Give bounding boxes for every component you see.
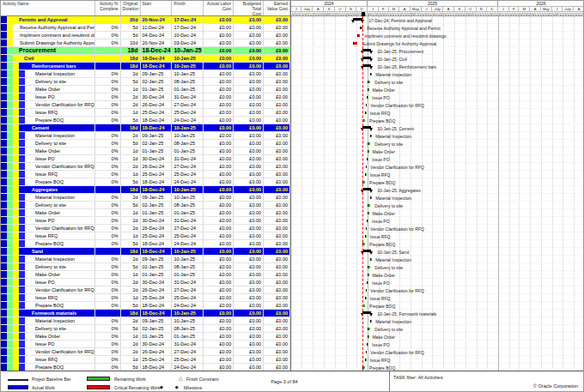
- table-row[interactable]: Issue PO0%2d30-Dec-2431-Dec-24£0.00£0.00…: [1, 279, 290, 286]
- gantt-bar-task[interactable]: [367, 343, 368, 347]
- table-row[interactable]: Issue PO0%2d30-Dec-2431-Dec-24£0.00£0.00…: [1, 155, 290, 163]
- gantt-bar-task[interactable]: [368, 335, 369, 339]
- table-row[interactable]: Permits and Approval20d20-Nov-2417-Dec-2…: [1, 16, 290, 24]
- table-row[interactable]: Make Order0%1d01-Jan-2501-Jan-25£0.00£0.…: [1, 148, 290, 155]
- gantt-bar-task[interactable]: [366, 104, 368, 107]
- table-row[interactable]: Material Inspection0%2d09-Jan-2510-Jan-2…: [1, 132, 290, 140]
- table-row[interactable]: Issue PO0%2d30-Dec-2431-Dec-24£0.00£0.00…: [1, 341, 290, 348]
- gantt-bar-task[interactable]: [366, 351, 368, 354]
- table-row[interactable]: Issue PO0%2d30-Dec-2431-Dec-24£0.00£0.00…: [1, 217, 290, 225]
- gantt-bar-task[interactable]: [367, 158, 368, 161]
- gantt-bar-task[interactable]: [362, 119, 365, 123]
- gantt-bar-task[interactable]: [370, 320, 372, 323]
- gantt-bar-summary[interactable]: [362, 49, 371, 51]
- table-row[interactable]: Vendor Clarification for RFQ0%2d26-Dec-2…: [1, 225, 290, 232]
- gantt-bar-summary[interactable]: [362, 188, 371, 190]
- table-row[interactable]: Issue RFQ0%1d25-Dec-2425-Dec-24£0.00£0.0…: [1, 171, 290, 178]
- table-row[interactable]: Aggregates18d18-Dec-2410-Jan-25£0.00£0.0…: [1, 186, 290, 194]
- gantt-bar-summary[interactable]: [362, 250, 371, 252]
- gantt-bar-summary[interactable]: [362, 57, 371, 59]
- gantt-bar-task[interactable]: [370, 196, 372, 200]
- table-row[interactable]: Cement18d18-Dec-2410-Jan-25£0.00£0.00£0.…: [1, 124, 290, 132]
- column-header-earned[interactable]: Earned Value Cost: [264, 1, 290, 15]
- table-row[interactable]: Procurement18d18-Dec-2410-Jan-25£0.00£0.…: [1, 47, 290, 55]
- gantt-bar-task[interactable]: [367, 96, 368, 100]
- table-row[interactable]: Prepare BOQ0%5d18-Dec-2424-Dec-24£0.00£0…: [1, 178, 290, 186]
- gantt-bar-task[interactable]: [368, 328, 370, 331]
- gantt-bar-task[interactable]: [368, 150, 369, 154]
- gantt-bar-summary[interactable]: [362, 311, 371, 314]
- column-header-activity-name[interactable]: Activity Name: [1, 1, 95, 15]
- table-row[interactable]: Issue RFQ0%1d25-Dec-2425-Dec-24£0.00£0.0…: [1, 294, 290, 302]
- table-row[interactable]: Civil18d18-Dec-2410-Jan-25£0.00£0.00£0.0…: [1, 55, 290, 63]
- gantt-bar-task[interactable]: [366, 289, 368, 292]
- table-row[interactable]: Impliment comment and resubmit drawings0…: [1, 32, 290, 39]
- gantt-bar-task[interactable]: [365, 173, 367, 177]
- gantt-bar-task[interactable]: [370, 258, 372, 262]
- gantt-bar-task[interactable]: [368, 142, 370, 146]
- gantt-bar-task[interactable]: [368, 204, 370, 208]
- table-row[interactable]: Delivery to site0%5d02-Jan-2508-Jan-25£0…: [1, 78, 290, 86]
- column-header-finish[interactable]: Finish: [172, 1, 204, 15]
- table-row[interactable]: Vendor Clarification for RFQ0%2d26-Dec-2…: [1, 101, 290, 109]
- table-row[interactable]: Issue RFQ0%1d25-Dec-2425-Dec-24£0.00£0.0…: [1, 232, 290, 240]
- gantt-bar-task[interactable]: [365, 359, 367, 362]
- gantt-bar-task[interactable]: [365, 112, 367, 115]
- column-header-activity-%[interactable]: Activity % Complete: [95, 1, 121, 15]
- table-row[interactable]: Material Inspection0%2d09-Jan-2510-Jan-2…: [1, 70, 290, 78]
- gantt-bar-task[interactable]: [370, 135, 372, 138]
- column-header-start[interactable]: Start: [141, 1, 173, 15]
- gantt-bar-task[interactable]: [367, 220, 368, 223]
- table-row[interactable]: Receive Authority Approval and Permit0%5…: [1, 24, 290, 32]
- table-row[interactable]: Prepare BOQ0%5d18-Dec-2424-Dec-24£0.00£0…: [1, 302, 290, 310]
- gantt-bar-task[interactable]: [370, 73, 372, 76]
- gantt-bar-task[interactable]: [365, 297, 367, 300]
- gantt-bar-task[interactable]: [368, 88, 369, 92]
- table-row[interactable]: Reinforcement bars18d18-Dec-2410-Jan-25£…: [1, 63, 290, 70]
- table-row[interactable]: Vendor Clarification for RFQ0%2d26-Dec-2…: [1, 348, 290, 356]
- table-row[interactable]: Delivery to site0%5d02-Jan-2508-Jan-25£0…: [1, 140, 290, 148]
- gantt-bar-task[interactable]: [353, 42, 358, 45]
- table-row[interactable]: Issue PO0%2d30-Dec-2431-Dec-24£0.00£0.00…: [1, 93, 290, 101]
- column-header-actual-labor-cost[interactable]: Actual Labor Cost: [204, 1, 234, 15]
- gantt-bar-task[interactable]: [362, 305, 365, 308]
- gantt-bar-summary[interactable]: [362, 126, 371, 129]
- gantt-bar-task[interactable]: [365, 235, 367, 238]
- table-row[interactable]: Issue RFQ0%1d25-Dec-2425-Dec-24£0.00£0.0…: [1, 109, 290, 117]
- gantt-bar-task[interactable]: [360, 27, 362, 30]
- column-header-original[interactable]: Original Duration: [121, 1, 141, 15]
- table-row[interactable]: Material Inspection0%2d09-Jan-2510-Jan-2…: [1, 256, 290, 263]
- gantt-bar-task[interactable]: [362, 366, 365, 370]
- table-row[interactable]: Make Order0%1d01-Jan-2501-Jan-25£0.00£0.…: [1, 86, 290, 93]
- gantt-bar-task[interactable]: [362, 181, 365, 184]
- table-row[interactable]: Vendor Clarification for RFQ0%2d26-Dec-2…: [1, 286, 290, 294]
- column-header-budgeted[interactable]: Budgeted Total Cost: [234, 1, 264, 15]
- table-row[interactable]: Formwork materials18d18-Dec-2410-Jan-25£…: [1, 310, 290, 317]
- gantt-bar-task[interactable]: [368, 266, 370, 269]
- gantt-bar-task[interactable]: [368, 212, 369, 215]
- table-row[interactable]: Make Order0%1d01-Jan-2501-Jan-25£0.00£0.…: [1, 271, 290, 279]
- table-row[interactable]: Vendor Clarification for RFQ0%2d26-Dec-2…: [1, 163, 290, 171]
- gantt-bar-summary[interactable]: [362, 64, 371, 67]
- table-row[interactable]: Delivery to site0%5d02-Jan-2508-Jan-25£0…: [1, 202, 290, 209]
- table-row[interactable]: Material Inspection0%2d09-Jan-2510-Jan-2…: [1, 317, 290, 325]
- table-row[interactable]: Submit Drawings for Authority Approval0%…: [1, 39, 290, 47]
- table-row[interactable]: Delivery to site0%5d02-Jan-2508-Jan-25£0…: [1, 325, 290, 333]
- gantt-bar-summary[interactable]: [353, 18, 363, 21]
- table-row[interactable]: Prepare BOQ0%5d18-Dec-2424-Dec-24£0.00£0…: [1, 117, 290, 124]
- table-row[interactable]: Delivery to site0%5d02-Jan-2508-Jan-25£0…: [1, 263, 290, 271]
- gantt-bar-task[interactable]: [357, 34, 360, 38]
- cell-earned-value-cost: £0.00: [264, 63, 290, 69]
- table-row[interactable]: Make Order0%1d01-Jan-2501-Jan-25£0.00£0.…: [1, 209, 290, 217]
- table-row[interactable]: Prepare BOQ0%5d18-Dec-2424-Dec-24£0.00£0…: [1, 240, 290, 248]
- gantt-bar-task[interactable]: [367, 281, 368, 285]
- table-row[interactable]: Material Inspection0%2d09-Jan-2510-Jan-2…: [1, 194, 290, 202]
- gantt-bar-task[interactable]: [368, 81, 370, 84]
- table-row[interactable]: Sand18d18-Dec-2410-Jan-25£0.00£0.00£0.00: [1, 248, 290, 256]
- gantt-bar-task[interactable]: [362, 243, 365, 246]
- gantt-bar-task[interactable]: [368, 274, 369, 277]
- table-row[interactable]: Make Order0%1d01-Jan-2501-Jan-25£0.00£0.…: [1, 333, 290, 341]
- gantt-bar-task[interactable]: [366, 166, 368, 169]
- table-row[interactable]: Issue RFQ0%1d25-Dec-2425-Dec-24£0.00£0.0…: [1, 356, 290, 364]
- gantt-bar-task[interactable]: [366, 227, 368, 231]
